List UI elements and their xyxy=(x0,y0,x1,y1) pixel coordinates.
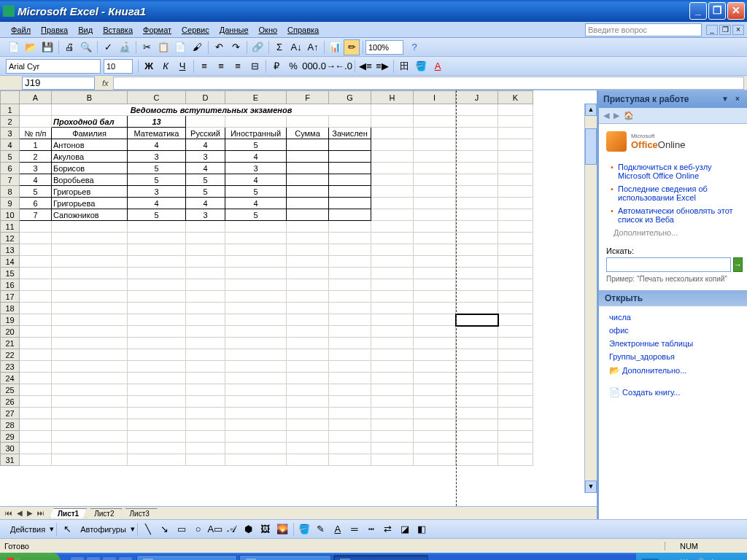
cell-J18[interactable] xyxy=(456,303,498,314)
cell-C7[interactable]: 5 xyxy=(128,174,186,186)
cell-F4[interactable] xyxy=(287,139,329,151)
cell-J16[interactable] xyxy=(456,279,498,291)
cell-C13[interactable] xyxy=(128,244,186,256)
cell-J20[interactable] xyxy=(456,326,498,338)
linecolor-icon[interactable]: ✎ xyxy=(313,521,329,537)
cell-C6[interactable]: 5 xyxy=(128,163,186,174)
cell-D8[interactable]: 5 xyxy=(186,186,225,198)
cell-D9[interactable]: 4 xyxy=(186,198,225,209)
cell-F14[interactable] xyxy=(287,256,329,268)
cell-H21[interactable] xyxy=(371,338,414,349)
cell-C3[interactable]: Математика xyxy=(128,128,186,139)
cell-E13[interactable] xyxy=(225,244,287,256)
cell-D11[interactable] xyxy=(186,221,225,233)
taskpane-home-icon[interactable]: 🏠 xyxy=(624,111,634,120)
tab-last-icon[interactable]: ⏭ xyxy=(35,509,47,517)
cell-K11[interactable] xyxy=(498,221,533,233)
underline-icon[interactable]: Ч xyxy=(174,58,190,74)
cell-H18[interactable] xyxy=(371,303,414,314)
cell-I26[interactable] xyxy=(414,396,456,408)
cell-D24[interactable] xyxy=(186,373,225,384)
tp-recent-0[interactable]: числа xyxy=(606,311,740,324)
cell-B1[interactable]: Ведомость вступительных экзаменов xyxy=(52,104,371,116)
col-head-H[interactable]: H xyxy=(371,91,414,104)
taskbar-app-word[interactable]: 4 - Microsoft Word xyxy=(239,555,331,560)
row-head-6[interactable]: 6 xyxy=(1,163,20,174)
cell-J1[interactable] xyxy=(456,104,498,116)
scroll-thumb[interactable] xyxy=(585,128,597,165)
cell-J23[interactable] xyxy=(456,361,498,373)
cell-F22[interactable] xyxy=(287,349,329,361)
cell-A31[interactable] xyxy=(20,454,52,466)
cell-B6[interactable]: Борисов xyxy=(52,163,128,174)
cell-A27[interactable] xyxy=(20,408,52,419)
cell-I6[interactable] xyxy=(414,163,456,174)
row-head-12[interactable]: 12 xyxy=(1,233,20,244)
cell-D14[interactable] xyxy=(186,256,225,268)
tp-link-autoupdate[interactable]: Автоматически обновлять этот список из В… xyxy=(611,204,740,226)
cell-G7[interactable] xyxy=(329,174,371,186)
tab-next-icon[interactable]: ▶ xyxy=(25,509,35,517)
cell-H4[interactable] xyxy=(371,139,414,151)
size-combo[interactable] xyxy=(104,59,133,74)
cell-C15[interactable] xyxy=(128,268,186,279)
row-head-24[interactable]: 24 xyxy=(1,373,20,384)
cell-J24[interactable] xyxy=(456,373,498,384)
cell-G9[interactable] xyxy=(329,198,371,209)
maximize-button[interactable]: ❐ xyxy=(708,2,726,20)
cell-G4[interactable] xyxy=(329,139,371,151)
cell-H22[interactable] xyxy=(371,349,414,361)
cell-J9[interactable] xyxy=(456,198,498,209)
menu-tools[interactable]: Сервис xyxy=(177,24,214,36)
taskpane-back-icon[interactable]: ◀ xyxy=(603,111,609,120)
cell-B14[interactable] xyxy=(52,256,128,268)
arrowstyle-icon[interactable]: ⇄ xyxy=(380,521,396,537)
row-head-13[interactable]: 13 xyxy=(1,244,20,256)
hyperlink-icon[interactable]: 🔗 xyxy=(249,39,266,55)
cell-H24[interactable] xyxy=(371,373,414,384)
cell-K29[interactable] xyxy=(498,431,533,443)
formula-input[interactable] xyxy=(113,77,744,90)
shadow-icon[interactable]: ◪ xyxy=(397,521,413,537)
cell-D3[interactable]: Русский xyxy=(186,128,225,139)
cell-D21[interactable] xyxy=(186,338,225,349)
fontcolor-draw-icon[interactable]: A xyxy=(330,521,346,537)
cell-I9[interactable] xyxy=(414,198,456,209)
cell-E21[interactable] xyxy=(225,338,287,349)
cell-J6[interactable] xyxy=(456,163,498,174)
cell-E27[interactable] xyxy=(225,408,287,419)
cell-A3[interactable]: № п/п xyxy=(20,128,52,139)
cell-H27[interactable] xyxy=(371,408,414,419)
tp-link-latest[interactable]: Последние сведения об использовании Exce… xyxy=(611,182,740,204)
cell-E30[interactable] xyxy=(225,443,287,454)
cell-C8[interactable]: 3 xyxy=(128,186,186,198)
cell-H19[interactable] xyxy=(371,314,414,326)
cell-B4[interactable]: Антонов xyxy=(52,139,128,151)
tab-prev-icon[interactable]: ◀ xyxy=(15,509,25,517)
cell-I14[interactable] xyxy=(414,256,456,268)
ql-icon-1[interactable] xyxy=(71,557,84,560)
cell-C27[interactable] xyxy=(128,408,186,419)
cell-C2[interactable]: 13 xyxy=(128,116,186,128)
cell-K7[interactable] xyxy=(498,174,533,186)
row-head-7[interactable]: 7 xyxy=(1,174,20,186)
cell-I29[interactable] xyxy=(414,431,456,443)
actions-menu[interactable]: Действия xyxy=(6,524,50,535)
cell-G20[interactable] xyxy=(329,326,371,338)
linestyle-icon[interactable]: ═ xyxy=(347,521,363,537)
cell-A5[interactable]: 2 xyxy=(20,151,52,163)
cell-E18[interactable] xyxy=(225,303,287,314)
tp-recent-2[interactable]: Электронные таблицы xyxy=(606,337,740,350)
cell-G15[interactable] xyxy=(329,268,371,279)
cell-A16[interactable] xyxy=(20,279,52,291)
cell-C17[interactable] xyxy=(128,291,186,303)
cell-J17[interactable] xyxy=(456,291,498,303)
cell-G14[interactable] xyxy=(329,256,371,268)
cell-J28[interactable] xyxy=(456,419,498,431)
cell-F24[interactable] xyxy=(287,373,329,384)
cell-F27[interactable] xyxy=(287,408,329,419)
fill-icon[interactable]: 🪣 xyxy=(296,521,312,537)
col-head-C[interactable]: C xyxy=(128,91,186,104)
cell-F8[interactable] xyxy=(287,186,329,198)
wordart-icon[interactable]: 𝒜 xyxy=(224,521,240,537)
